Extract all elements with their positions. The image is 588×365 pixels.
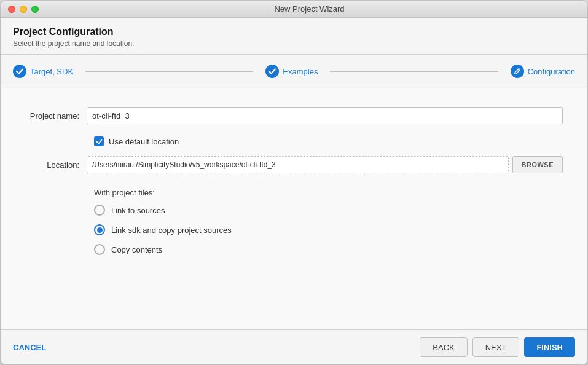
next-button[interactable]: NEXT	[472, 337, 520, 357]
page-title: Project Configuration	[13, 26, 575, 37]
step-connector-1	[85, 71, 253, 72]
radio-inner-selected	[97, 227, 103, 233]
location-row: Location: BROWSE	[25, 156, 563, 173]
use-default-location-checkbox[interactable]	[94, 136, 104, 146]
footer-left: CANCEL	[13, 340, 46, 355]
radio-label-link-sdk-copy: Link sdk and copy project sources	[111, 226, 232, 235]
radio-label-link-to-sources: Link to sources	[111, 206, 165, 215]
radio-copy-contents[interactable]: Copy contents	[94, 244, 563, 255]
step-label-1: Target, SDK	[30, 67, 73, 76]
main-content: Project name: Use default location Locat…	[1, 88, 587, 329]
location-input[interactable]	[87, 156, 509, 173]
use-default-location-label: Use default location	[109, 137, 179, 146]
step-check-icon-1	[13, 65, 26, 78]
finish-button[interactable]: FINISH	[524, 337, 575, 357]
step-connector-2	[330, 71, 498, 72]
page-subtitle: Select the project name and location.	[13, 39, 575, 48]
close-button[interactable]	[8, 6, 15, 13]
traffic-lights	[8, 6, 39, 13]
back-button[interactable]: BACK	[420, 337, 467, 357]
step-target-sdk: Target, SDK	[13, 65, 73, 78]
maximize-button[interactable]	[31, 6, 39, 13]
page-header: Project Configuration Select the project…	[1, 18, 587, 55]
step-examples: Examples	[265, 65, 318, 78]
window-title: New Project Wizard	[39, 4, 580, 14]
radio-group: Link to sources Link sdk and copy projec…	[94, 205, 563, 255]
radio-icon-link-to-sources[interactable]	[94, 205, 105, 216]
footer-right: BACK NEXT FINISH	[420, 337, 575, 357]
step-check-icon-2	[265, 65, 279, 78]
svg-line-0	[518, 69, 519, 71]
main-window: New Project Wizard Project Configuration…	[0, 0, 588, 365]
project-files-label: With project files:	[94, 188, 563, 197]
title-bar: New Project Wizard	[1, 1, 587, 18]
radio-icon-copy-contents[interactable]	[94, 244, 105, 255]
project-name-label: Project name:	[25, 111, 87, 120]
radio-link-sdk-copy[interactable]: Link sdk and copy project sources	[94, 224, 563, 235]
use-default-location-row[interactable]: Use default location	[94, 136, 563, 146]
radio-link-to-sources[interactable]: Link to sources	[94, 205, 563, 216]
footer: CANCEL BACK NEXT FINISH	[1, 329, 587, 364]
stepper-bar: Target, SDK Examples Configuration	[1, 55, 587, 88]
step-label-3: Configuration	[528, 67, 575, 76]
step-label-2: Examples	[283, 67, 318, 76]
step-edit-icon-3	[511, 65, 524, 78]
location-label: Location:	[25, 160, 87, 170]
cancel-button[interactable]: CANCEL	[13, 340, 46, 355]
radio-icon-link-sdk-copy[interactable]	[94, 224, 105, 235]
radio-label-copy-contents: Copy contents	[111, 245, 162, 254]
browse-button[interactable]: BROWSE	[512, 156, 563, 173]
project-name-row: Project name:	[25, 107, 563, 124]
project-name-input[interactable]	[87, 107, 563, 124]
minimize-button[interactable]	[20, 6, 27, 13]
step-configuration: Configuration	[511, 65, 575, 78]
